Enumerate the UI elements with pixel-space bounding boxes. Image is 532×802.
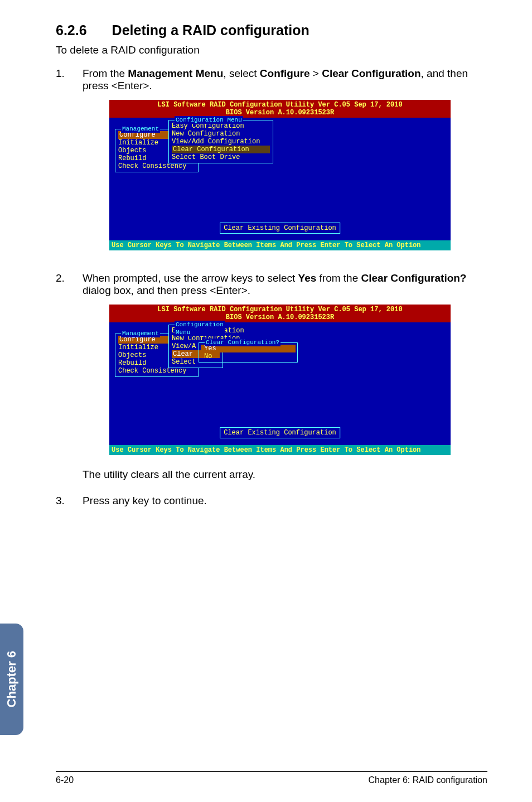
- step-3: 3. Press any key to continue.: [56, 495, 487, 507]
- step-3-pretext: The utility clears all the current array…: [83, 468, 487, 481]
- step-1-text-b: , select: [223, 67, 259, 79]
- step-1-bold-configure: Configure: [260, 67, 310, 79]
- chapter-side-tab: Chapter 6: [0, 624, 23, 735]
- bios-title-line2-2: BIOS Version A.10.09231523R: [109, 313, 451, 321]
- clear-configuration-dialog: Clear Configuration? Yes No: [199, 342, 298, 363]
- bios-title-line1-1: LSI Software RAID Configuration Utility …: [109, 101, 451, 109]
- cfg-boot-1[interactable]: Select Boot Drive: [172, 153, 270, 161]
- configuration-menu-label-1: Configuration Menu: [175, 116, 243, 124]
- step-2-text-b: from the: [316, 272, 361, 284]
- status-box-1: Clear Existing Configuration: [220, 223, 340, 234]
- mgmt-check-1[interactable]: Check Consistency: [118, 162, 195, 170]
- clear-configuration-no[interactable]: No: [201, 352, 296, 360]
- page-footer: 6-20 Chapter 6: RAID configuration: [56, 771, 487, 785]
- section-number: 6.2.6: [56, 22, 87, 38]
- bios-title-line1-2: LSI Software RAID Configuration Utility …: [109, 306, 451, 313]
- hint-bar-1: Use Cursor Keys To Navigate Between Item…: [109, 240, 451, 250]
- configuration-menu-label-2: Configuration Menu: [175, 321, 225, 336]
- management-menu-label-1: Management: [121, 125, 160, 133]
- chapter-side-tab-label: Chapter 6: [4, 651, 19, 707]
- bios-titlebar-1: LSI Software RAID Configuration Utility …: [109, 100, 451, 118]
- bios-titlebar-2: LSI Software RAID Configuration Utility …: [109, 305, 451, 322]
- step-2-body: When prompted, use the arrow keys to sel…: [83, 272, 487, 486]
- management-menu-label-2: Management: [121, 330, 160, 337]
- step-2-bold-clearq: Clear Configuration?: [361, 272, 467, 284]
- clear-configuration-dialog-label: Clear Configuration?: [205, 339, 280, 346]
- step-2: 2. When prompted, use the arrow keys to …: [56, 272, 487, 486]
- step-1-number: 1.: [56, 67, 83, 264]
- step-1-bold-clear: Clear Configuration: [322, 67, 420, 79]
- step-1: 1. From the Management Menu, select Conf…: [56, 67, 487, 264]
- bios-body-2: Management Configure Initialize Objects …: [109, 322, 451, 445]
- bios-screenshot-1: LSI Software RAID Configuration Utility …: [109, 100, 451, 250]
- section-heading: 6.2.6Deleting a RAID configuration: [56, 22, 487, 38]
- step-2-text-a: When prompted, use the arrow keys to sel…: [83, 272, 298, 284]
- step-2-number: 2.: [56, 272, 83, 486]
- configuration-menu-box-1: Configuration Menu Easy Configuration Ne…: [168, 120, 273, 163]
- step-1-text-c: >: [310, 67, 322, 79]
- step-1-bold-menu: Management Menu: [128, 67, 223, 79]
- step-3-number: 3.: [56, 495, 83, 507]
- status-box-2: Clear Existing Configuration: [220, 427, 340, 438]
- step-3-body: Press any key to continue.: [83, 495, 487, 507]
- footer-chapter-title: Chapter 6: RAID configuration: [369, 775, 487, 785]
- step-1-body: From the Management Menu, select Configu…: [83, 67, 487, 264]
- section-title: Deleting a RAID configuration: [112, 22, 309, 38]
- bios-screenshot-2: LSI Software RAID Configuration Utility …: [109, 305, 451, 455]
- step-1-text-a: From the: [83, 67, 128, 79]
- step-2-bold-yes: Yes: [298, 272, 317, 284]
- cfg-viewadd-1[interactable]: View/Add Configuration: [172, 138, 270, 146]
- hint-bar-2: Use Cursor Keys To Navigate Between Item…: [109, 445, 451, 455]
- cfg-new-1[interactable]: New Configuration: [172, 130, 270, 138]
- footer-page-number: 6-20: [56, 775, 74, 785]
- mgmt-check-2[interactable]: Check Consistency: [118, 367, 195, 375]
- bios-title-line2-1: BIOS Version A.10.09231523R: [109, 109, 451, 117]
- step-2-text-c: dialog box, and then press <Enter>.: [83, 284, 250, 296]
- intro-text: To delete a RAID configuration: [56, 44, 487, 56]
- bios-body-1: Management Configure Initialize Objects …: [109, 118, 451, 240]
- cfg-clear-1[interactable]: Clear Configuration: [172, 146, 270, 153]
